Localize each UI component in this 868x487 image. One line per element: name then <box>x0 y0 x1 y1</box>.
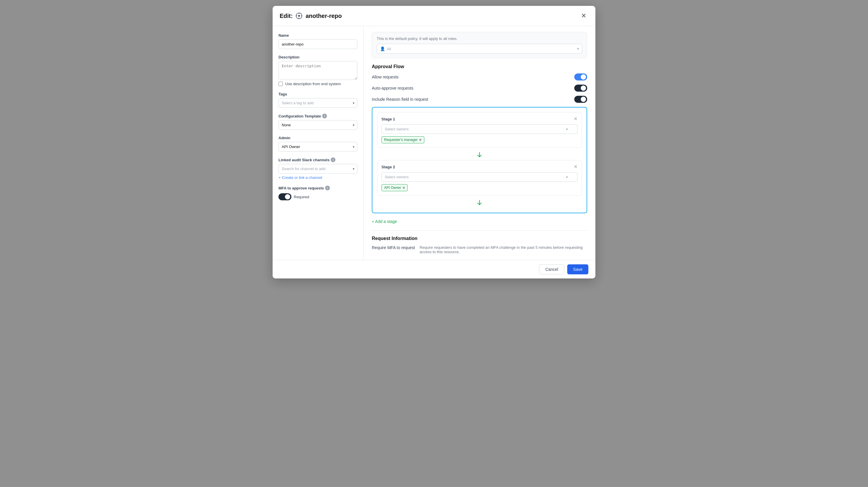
allow-requests-toggle[interactable] <box>574 74 587 81</box>
stage-1-close-button[interactable]: ✕ <box>574 117 578 121</box>
modal-repo-name: another-repo <box>306 12 342 19</box>
stage-1-chip-0: Requester's manager × <box>381 136 424 143</box>
create-channel-label: Create or link a channel <box>282 175 322 180</box>
allow-requests-slider <box>574 74 587 81</box>
stage-1-chips: Requester's manager × <box>381 134 578 143</box>
name-field-group: Name <box>278 33 358 49</box>
stage-arrow-2 <box>377 199 582 206</box>
stage-2-card: Stage 2 ✕ Select owners ▾ <box>377 160 582 196</box>
mfa-field-group: MFA to approve requests i Required <box>278 185 358 200</box>
use-description-label: Use description from end system <box>285 82 341 86</box>
policy-roles-select[interactable]: 👤 All ▾ <box>377 44 582 54</box>
admin-field-group: Admin API Owner ▾ <box>278 136 358 151</box>
left-panel: Name Description Use description from en… <box>273 26 364 260</box>
mfa-toggle[interactable] <box>278 193 291 200</box>
stage-1-owners-select[interactable]: Select owners ▾ <box>381 124 578 134</box>
stage-2-owners-select[interactable]: Select owners ▾ <box>381 172 578 182</box>
modal-title: Edit: another-repo <box>280 12 342 20</box>
users-icon: 👤 <box>380 47 385 51</box>
auto-approve-row: Auto-approve requests <box>372 85 587 92</box>
admin-value: API Owner <box>282 144 300 149</box>
name-input[interactable] <box>278 39 358 49</box>
divider <box>372 230 587 231</box>
stage-1-chevron-icon: ▾ <box>566 127 568 131</box>
config-template-chevron-icon: ▾ <box>353 123 354 127</box>
policy-roles-wrapper: 👤 All ▾ <box>377 44 582 54</box>
tags-placeholder: Select a tag to add <box>282 101 313 105</box>
mfa-info-icon: i <box>325 185 330 190</box>
stage-1-select-wrapper: Select owners ▾ <box>381 124 578 134</box>
stage-2-chips: API Owner × <box>381 182 578 191</box>
stage-1-chip-0-remove[interactable]: × <box>419 138 422 142</box>
allow-requests-row: Allow requests <box>372 74 587 81</box>
modal-close-button[interactable]: ✕ <box>579 11 588 21</box>
tags-field-group: Tags Select a tag to add ▾ <box>278 92 358 108</box>
slack-channel-select-wrapper: Search for channel to add ▾ <box>278 164 358 174</box>
description-field-group: Description Use description from end sys… <box>278 55 358 86</box>
config-template-label: Configuration Template i <box>278 114 358 118</box>
stage-2-title: Stage 2 <box>381 165 395 169</box>
edit-modal: Edit: another-repo ✕ Name <box>273 6 595 279</box>
request-info-section: Request Information Require MFA to reque… <box>372 236 587 254</box>
stage-1-card: Stage 1 ✕ Select owners ▾ <box>377 112 582 148</box>
policy-info-box: This is the default policy. It will appl… <box>372 32 587 58</box>
policy-roles-value: All <box>387 47 391 51</box>
modal-overlay: Edit: another-repo ✕ Name <box>0 0 868 487</box>
mfa-toggle-label: Required <box>294 195 309 199</box>
mfa-label: MFA to approve requests i <box>278 185 358 190</box>
auto-approve-toggle[interactable] <box>574 85 587 92</box>
stage-2-select-wrapper: Select owners ▾ <box>381 172 578 182</box>
stage-2-close-button[interactable]: ✕ <box>574 165 578 169</box>
stage-2-chip-0-remove[interactable]: × <box>403 185 405 190</box>
admin-label: Admin <box>278 136 358 140</box>
description-input[interactable] <box>278 61 358 80</box>
include-reason-toggle[interactable] <box>574 96 587 103</box>
require-mfa-desc: Require requesters to have completed an … <box>420 245 587 254</box>
stage-2-placeholder: Select owners <box>385 175 409 179</box>
mfa-toggle-slider <box>278 193 291 200</box>
allow-requests-label: Allow requests <box>372 75 399 79</box>
approval-stages-box: Stage 1 ✕ Select owners ▾ <box>372 107 587 213</box>
slack-channels-label: Linked audit Slack channels i <box>278 157 358 162</box>
require-mfa-row: Require MFA to request Require requester… <box>372 245 587 254</box>
stage-arrow-1 <box>377 151 582 158</box>
slack-channel-chevron-icon: ▾ <box>353 167 354 171</box>
config-template-select[interactable]: None ▾ <box>278 120 358 130</box>
modal-body: Name Description Use description from en… <box>273 26 595 260</box>
request-info-title: Request Information <box>372 236 587 241</box>
use-description-checkbox[interactable] <box>278 82 283 86</box>
include-reason-label: Include Reason field in request <box>372 97 428 102</box>
right-panel: This is the default policy. It will appl… <box>364 26 595 260</box>
admin-chevron-icon: ▾ <box>353 145 354 149</box>
stage-1-title: Stage 1 <box>381 117 395 121</box>
admin-select-wrapper: API Owner ▾ <box>278 142 358 151</box>
save-button[interactable]: Save <box>567 264 588 274</box>
add-stage-label: + Add a stage <box>372 219 397 224</box>
slack-channel-select[interactable]: Search for channel to add ▾ <box>278 164 358 174</box>
modal-footer: Cancel Save <box>273 260 595 279</box>
tags-select-wrapper: Select a tag to add ▾ <box>278 98 358 108</box>
admin-select[interactable]: API Owner ▾ <box>278 142 358 151</box>
stage-2-header: Stage 2 ✕ <box>381 165 578 169</box>
use-description-row: Use description from end system <box>278 82 358 86</box>
cancel-button[interactable]: Cancel <box>539 264 564 274</box>
include-reason-slider <box>574 96 587 103</box>
create-channel-button[interactable]: + Create or link a channel <box>278 175 358 180</box>
stage-2-chevron-icon: ▾ <box>566 175 568 179</box>
slack-channel-placeholder: Search for channel to add <box>282 167 326 171</box>
tags-label: Tags <box>278 92 358 96</box>
stage-1-placeholder: Select owners <box>385 127 409 131</box>
add-stage-button[interactable]: + Add a stage <box>372 218 397 225</box>
policy-text: This is the default policy. It will appl… <box>377 36 582 41</box>
mfa-toggle-row: Required <box>278 193 358 200</box>
tags-chevron-icon: ▾ <box>353 101 354 105</box>
repo-icon <box>295 12 303 20</box>
config-template-field-group: Configuration Template i None ▾ <box>278 114 358 130</box>
auto-approve-label: Auto-approve requests <box>372 86 413 90</box>
config-template-select-wrapper: None ▾ <box>278 120 358 130</box>
policy-roles-chevron-icon: ▾ <box>577 47 579 51</box>
tags-select[interactable]: Select a tag to add ▾ <box>278 98 358 108</box>
approval-flow-title: Approval Flow <box>372 64 587 69</box>
slack-channels-info-icon: i <box>331 157 335 162</box>
include-reason-row: Include Reason field in request <box>372 96 587 103</box>
